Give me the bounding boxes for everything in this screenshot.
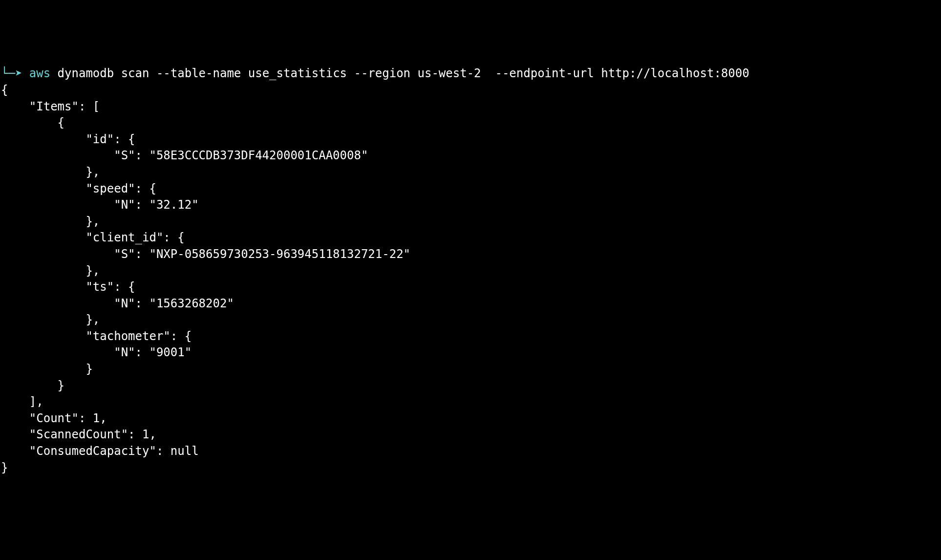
json-output-line: "speed": { (1, 182, 156, 195)
json-output-line: "client_id": { (1, 231, 185, 244)
json-output-line: ], (1, 395, 43, 409)
terminal-output[interactable]: └─➤ aws dynamodb scan --table-name use_s… (0, 65, 941, 476)
json-output-line: "ScannedCount": 1, (1, 428, 156, 441)
json-output-line: "tachometer": { (1, 329, 192, 343)
json-output-line: "N": "9001" (1, 345, 192, 359)
json-output-line: } (1, 379, 64, 392)
json-output-line: "ts": { (1, 280, 135, 294)
prompt-indicator: └─➤ (1, 66, 29, 80)
json-output-line: }, (1, 313, 100, 326)
json-output-line: "Count": 1, (1, 411, 107, 425)
json-output-line: "N": "1563268202" (1, 297, 234, 310)
json-output-line: "id": { (1, 132, 135, 146)
command-args: dynamodb scan --table-name use_statistic… (50, 66, 749, 80)
json-output-line: }, (1, 165, 100, 179)
json-output-line: "S": "58E3CCCDB373DF44200001CAA0008" (1, 149, 368, 162)
json-output-line: "S": "NXP-058659730253-963945118132721-2… (1, 247, 410, 261)
json-output-line: { (1, 116, 64, 129)
json-output-line: } (1, 362, 93, 376)
json-output-line: { (1, 83, 8, 97)
json-output-line: } (1, 461, 8, 474)
json-output-line: }, (1, 264, 100, 278)
json-output-line: "N": "32.12" (1, 198, 199, 212)
json-output-line: "ConsumedCapacity": null (1, 444, 199, 458)
json-output-line: "Items": [ (1, 100, 100, 113)
json-output-line: }, (1, 215, 100, 228)
command-aws: aws (29, 66, 50, 80)
